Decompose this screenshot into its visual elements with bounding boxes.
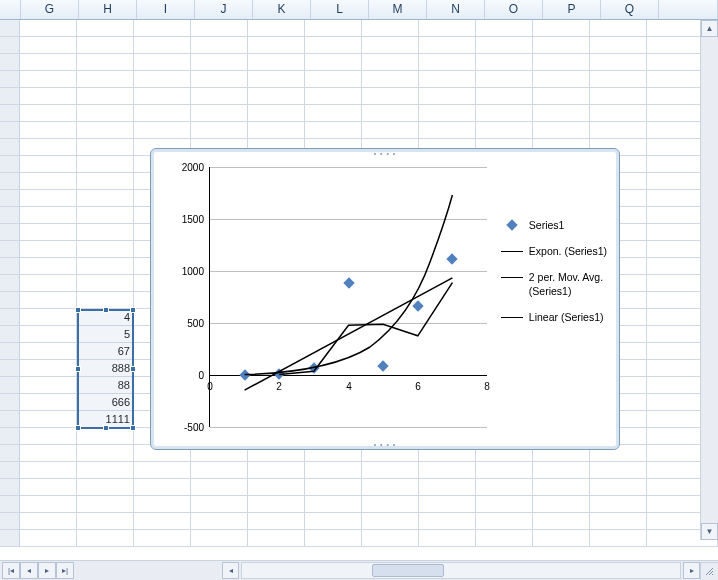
cell[interactable]	[134, 54, 191, 71]
cell[interactable]	[248, 462, 305, 479]
cell[interactable]	[134, 462, 191, 479]
cell[interactable]	[20, 462, 77, 479]
cell[interactable]	[590, 88, 647, 105]
cell[interactable]	[134, 71, 191, 88]
cell[interactable]	[20, 54, 77, 71]
cell[interactable]	[419, 71, 476, 88]
cell[interactable]	[191, 88, 248, 105]
cell[interactable]	[533, 105, 590, 122]
cell[interactable]	[476, 513, 533, 530]
cell[interactable]	[362, 20, 419, 37]
cell[interactable]	[305, 20, 362, 37]
cell[interactable]	[362, 37, 419, 54]
cell[interactable]	[248, 20, 305, 37]
cell[interactable]	[191, 54, 248, 71]
cell[interactable]	[20, 394, 77, 411]
cell[interactable]	[248, 530, 305, 547]
cell[interactable]	[419, 88, 476, 105]
col-header[interactable]: G	[21, 0, 79, 19]
cell[interactable]	[362, 54, 419, 71]
scroll-up-icon[interactable]: ▲	[701, 20, 718, 37]
cell[interactable]	[305, 71, 362, 88]
cell[interactable]: 1111	[77, 411, 134, 428]
cell[interactable]	[533, 496, 590, 513]
cell[interactable]	[476, 20, 533, 37]
cell[interactable]	[20, 207, 77, 224]
cell[interactable]	[77, 479, 134, 496]
cell[interactable]	[590, 20, 647, 37]
cell[interactable]	[191, 71, 248, 88]
horizontal-scrollbar[interactable]: |◂ ◂ ▸ ▸| ◂ ▸	[0, 560, 718, 580]
cell[interactable]	[20, 360, 77, 377]
cell[interactable]	[476, 105, 533, 122]
cell[interactable]	[77, 428, 134, 445]
cell[interactable]	[533, 37, 590, 54]
cell[interactable]	[362, 496, 419, 513]
col-header[interactable]: L	[311, 0, 369, 19]
cell[interactable]: 4	[77, 309, 134, 326]
legend-item-expon[interactable]: Expon. (Series1)	[501, 245, 607, 257]
cell[interactable]	[362, 105, 419, 122]
cell[interactable]	[476, 88, 533, 105]
cell[interactable]	[419, 20, 476, 37]
cell[interactable]	[362, 513, 419, 530]
cell[interactable]	[590, 37, 647, 54]
cell[interactable]	[20, 190, 77, 207]
cell[interactable]	[248, 122, 305, 139]
cell[interactable]	[362, 122, 419, 139]
col-header[interactable]: P	[543, 0, 601, 19]
cell[interactable]	[77, 496, 134, 513]
cell[interactable]	[305, 530, 362, 547]
cell[interactable]	[191, 462, 248, 479]
scroll-down-icon[interactable]: ▼	[701, 523, 718, 540]
cell[interactable]	[248, 37, 305, 54]
cell[interactable]: 666	[77, 394, 134, 411]
cell[interactable]	[77, 513, 134, 530]
cell[interactable]	[476, 479, 533, 496]
col-header[interactable]: I	[137, 0, 195, 19]
cell[interactable]	[305, 37, 362, 54]
cell[interactable]	[134, 513, 191, 530]
cell[interactable]	[476, 37, 533, 54]
cell[interactable]	[533, 71, 590, 88]
cell[interactable]	[362, 462, 419, 479]
cell[interactable]	[20, 88, 77, 105]
cell[interactable]	[248, 496, 305, 513]
cell[interactable]	[20, 275, 77, 292]
cell[interactable]	[20, 122, 77, 139]
cell[interactable]	[419, 462, 476, 479]
cell[interactable]	[191, 479, 248, 496]
plot-area[interactable]: 2000 1500 1000 500 0 -500 0 2 4 6 8	[209, 167, 487, 427]
cell[interactable]	[533, 513, 590, 530]
cell[interactable]	[77, 54, 134, 71]
cell[interactable]	[77, 258, 134, 275]
cell[interactable]	[20, 428, 77, 445]
cell[interactable]	[362, 530, 419, 547]
cell[interactable]	[77, 224, 134, 241]
cell[interactable]	[305, 105, 362, 122]
cell[interactable]	[419, 530, 476, 547]
cell[interactable]	[20, 326, 77, 343]
cell[interactable]	[362, 88, 419, 105]
cell[interactable]	[248, 71, 305, 88]
cell[interactable]	[20, 241, 77, 258]
col-header[interactable]: K	[253, 0, 311, 19]
col-header[interactable]: O	[485, 0, 543, 19]
cell[interactable]	[77, 445, 134, 462]
cell[interactable]	[590, 462, 647, 479]
cell[interactable]	[419, 122, 476, 139]
cell[interactable]	[248, 54, 305, 71]
cell[interactable]	[191, 530, 248, 547]
cell[interactable]	[305, 88, 362, 105]
cell[interactable]	[20, 71, 77, 88]
cell[interactable]	[77, 275, 134, 292]
col-header[interactable]: N	[427, 0, 485, 19]
worksheet[interactable]: G H I J K L M N O P Q 4567888886661111 •…	[0, 0, 718, 560]
cell[interactable]	[77, 530, 134, 547]
cell[interactable]	[305, 122, 362, 139]
cell[interactable]	[590, 530, 647, 547]
cell[interactable]	[77, 462, 134, 479]
cell[interactable]	[476, 54, 533, 71]
cell[interactable]	[77, 105, 134, 122]
cell[interactable]	[191, 513, 248, 530]
